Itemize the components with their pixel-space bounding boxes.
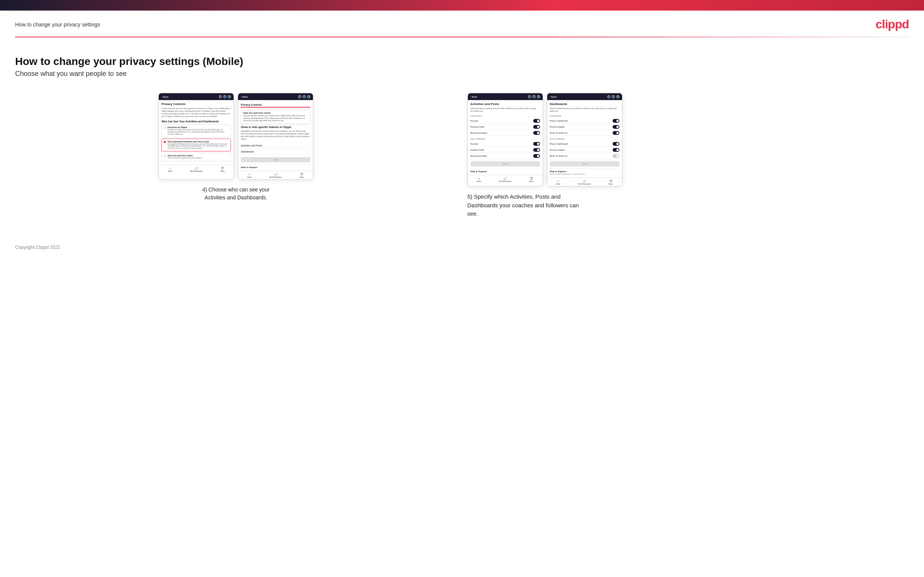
chevron-activities: ›	[310, 144, 310, 147]
phone1-nav-home[interactable]: ⌂ Home	[168, 166, 172, 172]
person-icon-4[interactable]: 👤	[612, 95, 615, 98]
phone3-nav-home[interactable]: ⌂ Home	[477, 177, 481, 182]
phone3-save-btn[interactable]: Save	[470, 161, 540, 166]
privacy-controls-tab[interactable]: Privacy Controls	[241, 102, 262, 107]
search-icon[interactable]: ⚲	[219, 95, 222, 98]
radio-sublabel-coach-only: Only you and the coaches you connect wit…	[167, 157, 202, 160]
phone2-dashboards-row[interactable]: Dashboards ›	[241, 149, 310, 155]
phone2-back[interactable]: ‹ Back	[241, 95, 247, 98]
menu-icon: ☰	[221, 166, 224, 170]
person-icon-2[interactable]: 👤	[303, 95, 306, 98]
phone3-header: ‹ Back ⚲ 👤 ⚙	[468, 93, 543, 100]
phone4-desc: Select the dashboards that you'd like to…	[550, 107, 619, 113]
phone2-show-hide-title: Show or hide specific features in Clippd	[241, 126, 310, 128]
radio-label-everyone: Everyone on Clippd	[167, 126, 229, 128]
person-icon[interactable]: 👤	[223, 95, 226, 98]
phone2-nav-performance[interactable]: 📈 My Performance	[270, 172, 282, 178]
settings-icon-3[interactable]: ⚙	[537, 95, 540, 98]
phone1-section-title: Privacy Controls	[162, 102, 231, 106]
phone3-help-section: Help & Support	[470, 168, 540, 172]
phone4-back[interactable]: ‹ Back	[550, 95, 557, 98]
phone4-coach-round-insights-toggle[interactable]	[612, 125, 619, 129]
right-phones-row: ‹ Back ⚲ 👤 ⚙ Activities and Posts Select…	[467, 93, 622, 187]
chart-icon-2: 📈	[274, 172, 278, 176]
phone4-section-title: Dashboards	[550, 102, 619, 106]
phone3-coach-rounds-toggle[interactable]	[533, 119, 540, 123]
phone3-nav-performance[interactable]: 📈 My Performance	[499, 177, 511, 182]
phone4-follower-what-to-work-toggle[interactable]	[612, 154, 619, 158]
settings-icon[interactable]: ⚙	[228, 95, 231, 98]
phone2-help-label: Help & Support	[241, 166, 310, 168]
phone3-follower-rounds: Rounds	[470, 141, 540, 147]
phone3-back[interactable]: ‹ Back	[470, 95, 477, 98]
radio-option-everyone[interactable]: Everyone on Clippd Everyone on Clippd ca…	[162, 124, 231, 137]
left-phones-row: ‹ Back ⚲ 👤 ⚙ Privacy Controls Control ho…	[158, 93, 313, 180]
phone-mockup-1: ‹ Back ⚲ 👤 ⚙ Privacy Controls Control ho…	[158, 93, 234, 180]
header-title: How to change your privacy settings	[15, 21, 100, 27]
phone3-nav-menu[interactable]: ☰ Menu	[530, 177, 534, 182]
settings-icon-4[interactable]: ⚙	[616, 95, 619, 98]
phone4-follower-player-dash: Player Dashboard	[550, 141, 619, 147]
home-icon-3: ⌂	[478, 177, 480, 180]
tooltip-title: Only You and Your Coach	[243, 112, 308, 114]
right-caption-group: ‹ Back ⚲ 👤 ⚙ Activities and Posts Select…	[467, 93, 909, 218]
phone-mockup-2: ‹ Back ⚲ 👤 ⚙ Privacy Controls	[238, 93, 313, 180]
phone4-follower-round-insights: Round Insights	[550, 147, 619, 153]
radio-option-approved[interactable]: Only Approved Followers and Your Coach O…	[162, 139, 231, 152]
phone3-follower-drills-toggle[interactable]	[533, 148, 540, 152]
phone3-help-label: Help & Support	[470, 170, 540, 172]
phone4-coach-what-to-work-toggle[interactable]	[612, 131, 619, 135]
phone1-header: ‹ Back ⚲ 👤 ⚙	[159, 93, 234, 100]
phone4-help-desc: Visit our Clippd community to troublesho…	[550, 173, 619, 175]
phone1-nav-menu[interactable]: ☰ Menu	[220, 166, 225, 172]
phone4-follower-what-to-work: What To Work On	[550, 153, 619, 159]
phone3-follower-manual-toggle[interactable]	[533, 154, 540, 158]
phone3-follower-rounds-toggle[interactable]	[533, 142, 540, 146]
phone3-coach-rounds: Rounds	[470, 118, 540, 124]
menu-icon-4: ☰	[610, 179, 612, 183]
page-heading: How to change your privacy settings (Mob…	[15, 55, 909, 68]
phone3-coach-drills-toggle[interactable]	[533, 125, 540, 129]
phone-mockup-3: ‹ Back ⚲ 👤 ⚙ Activities and Posts Select…	[467, 93, 543, 187]
phone-mockup-4: ‹ Back ⚲ 👤 ⚙ Dashboards Select the dashb…	[547, 93, 622, 187]
phone4-coach-player-dash: Player Dashboard	[550, 118, 619, 124]
search-icon-3[interactable]: ⚲	[528, 95, 531, 98]
phone3-nav: ⌂ Home 📈 My Performance ☰ Menu	[468, 175, 543, 184]
phone4-save-btn[interactable]: Save	[550, 161, 619, 166]
phone2-nav-menu[interactable]: ☰ Menu	[300, 172, 304, 178]
radio-option-coach-only[interactable]: Only You and Your Coach Only you and the…	[162, 153, 231, 161]
phone4-nav-menu[interactable]: ☰ Menu	[609, 179, 613, 185]
copyright: Copyright Clippd 2022	[15, 245, 60, 250]
search-icon-4[interactable]: ⚲	[607, 95, 610, 98]
dashboards-label: Dashboards	[241, 150, 254, 153]
phone2-activities-row[interactable]: Activities and Posts ›	[241, 143, 310, 149]
main-content: How to change your privacy settings (Mob…	[0, 37, 924, 234]
phone4-follower-round-insights-toggle[interactable]	[612, 148, 619, 152]
phone4-follower-player-dash-toggle[interactable]	[612, 142, 619, 146]
phone1-back[interactable]: ‹ Back	[162, 95, 168, 98]
phone2-save-btn[interactable]: Save	[241, 157, 310, 162]
settings-icon-2[interactable]: ⚙	[307, 95, 310, 98]
phone1-nav-performance[interactable]: 📈 My Performance	[190, 166, 203, 172]
activities-label: Activities and Posts	[241, 144, 262, 147]
caption-5: 5) Specify which Activities, Posts and D…	[467, 193, 588, 218]
phone4-nav-home[interactable]: ⌂ Home	[556, 179, 561, 185]
home-icon: ⌂	[169, 166, 171, 170]
chart-icon-4: 📈	[583, 179, 586, 183]
phone3-follower-drills: Practice Drills	[470, 147, 540, 153]
phone3-section-title: Activities and Posts	[470, 102, 540, 106]
phone3-coach-manual-toggle[interactable]	[533, 131, 540, 135]
radio-dot-approved	[164, 141, 166, 143]
person-icon-3[interactable]: 👤	[533, 95, 536, 98]
phone4-coach-player-dash-toggle[interactable]	[612, 119, 619, 123]
home-icon-2: ⌂	[248, 172, 250, 176]
home-icon-4: ⌂	[557, 179, 559, 183]
phone4-nav-performance[interactable]: 📈 My Performance	[578, 179, 591, 185]
phone1-subtitle: Who Can See Your Activities and Dashboar…	[162, 120, 231, 123]
search-icon-2[interactable]: ⚲	[298, 95, 301, 98]
radio-label-approved: Only Approved Followers and Your Coach	[167, 140, 229, 143]
phone2-nav-home[interactable]: ⌂ Home	[247, 172, 252, 178]
phone4-help-section: Help & Support Visit our Clippd communit…	[550, 168, 619, 175]
phone3-coach-manual: Manual Activities	[470, 130, 540, 136]
phone4-nav: ⌂ Home 📈 My Performance ☰ Menu	[547, 177, 622, 186]
